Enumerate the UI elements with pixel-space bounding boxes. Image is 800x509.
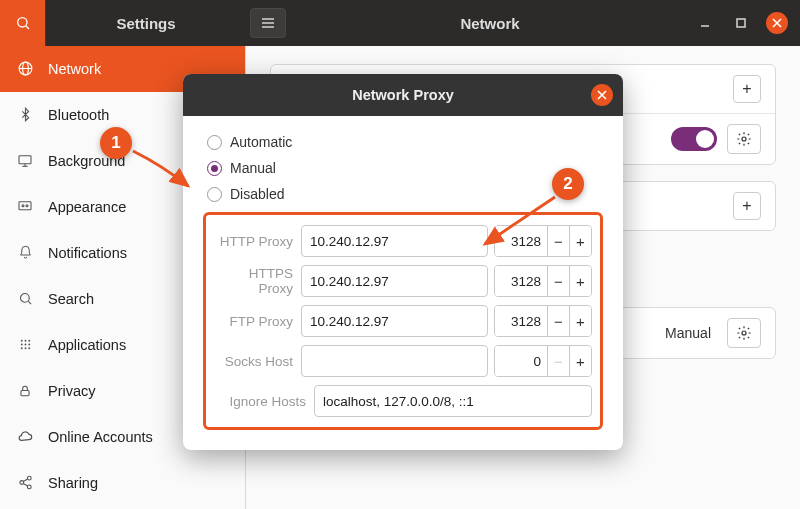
- callout-one: 1: [100, 127, 132, 159]
- window-controls: [694, 12, 800, 34]
- svg-point-23: [20, 344, 22, 346]
- svg-point-20: [20, 340, 22, 342]
- sidebar-item-label: Network: [48, 61, 101, 77]
- sidebar-item-label: Sharing: [48, 475, 98, 491]
- socks-host-label: Socks Host: [214, 354, 295, 369]
- window-close-button[interactable]: [766, 12, 788, 34]
- desktop-icon: [16, 153, 34, 169]
- http-port-increment-button[interactable]: +: [569, 226, 591, 256]
- appearance-icon: [16, 199, 34, 215]
- svg-rect-29: [21, 390, 29, 395]
- svg-line-34: [23, 483, 27, 486]
- search-icon: [15, 15, 31, 31]
- ftp-port-decrement-button[interactable]: −: [547, 306, 569, 336]
- window-maximize-button[interactable]: [730, 12, 752, 34]
- svg-point-36: [742, 331, 746, 335]
- svg-point-21: [24, 340, 26, 342]
- dialog-close-button[interactable]: [591, 84, 613, 106]
- sidebar-item-label: Appearance: [48, 199, 126, 215]
- sidebar-item-label: Bluetooth: [48, 107, 109, 123]
- hamburger-button[interactable]: [250, 8, 286, 38]
- close-icon: [772, 18, 782, 28]
- svg-rect-6: [737, 19, 745, 27]
- svg-point-28: [28, 347, 30, 349]
- https-proxy-port-input[interactable]: [495, 266, 547, 296]
- svg-point-0: [17, 18, 26, 27]
- svg-point-25: [28, 344, 30, 346]
- arrow-one: [128, 146, 198, 196]
- ftp-proxy-port-input[interactable]: [495, 306, 547, 336]
- close-icon: [597, 90, 607, 100]
- ignore-hosts-input[interactable]: [314, 385, 592, 417]
- socks-port-stepper: − +: [494, 345, 592, 377]
- svg-point-30: [27, 476, 31, 480]
- bluetooth-icon: [16, 107, 34, 122]
- window-titlebar: Settings Network: [0, 0, 800, 46]
- svg-point-27: [24, 347, 26, 349]
- radio-icon: [207, 187, 222, 202]
- proxy-settings-button[interactable]: [727, 318, 761, 348]
- https-proxy-label: HTTPS Proxy: [214, 266, 295, 296]
- svg-point-16: [22, 204, 24, 206]
- radio-automatic[interactable]: Automatic: [203, 134, 603, 150]
- sidebar-item-sharing[interactable]: Sharing: [0, 460, 245, 506]
- socks-host-input[interactable]: [301, 345, 488, 377]
- search-icon: [16, 291, 34, 306]
- wired-settings-button[interactable]: [727, 124, 761, 154]
- sidebar-item-label: Privacy: [48, 383, 96, 399]
- ftp-proxy-port-stepper: − +: [494, 305, 592, 337]
- https-proxy-host-input[interactable]: [301, 265, 488, 297]
- svg-line-33: [23, 479, 27, 482]
- arrow-two: [475, 192, 560, 252]
- ftp-port-increment-button[interactable]: +: [569, 306, 591, 336]
- settings-title: Settings: [46, 15, 246, 32]
- lock-icon: [16, 384, 34, 398]
- grid-icon: [16, 337, 34, 352]
- wired-toggle[interactable]: [671, 127, 717, 151]
- socks-port-increment-button[interactable]: +: [569, 346, 591, 376]
- network-proxy-dialog: Network Proxy Automatic Manual Disabled …: [183, 74, 623, 450]
- cloud-icon: [16, 429, 34, 445]
- ignore-hosts-label: Ignore Hosts: [214, 394, 308, 409]
- https-port-increment-button[interactable]: +: [569, 266, 591, 296]
- http-proxy-host-input[interactable]: [301, 225, 488, 257]
- maximize-icon: [735, 17, 747, 29]
- main-title: Network: [286, 15, 694, 32]
- svg-point-17: [26, 204, 28, 206]
- svg-point-24: [24, 344, 26, 346]
- svg-point-26: [20, 347, 22, 349]
- bell-icon: [16, 245, 34, 260]
- sidebar-item-label: Applications: [48, 337, 126, 353]
- search-button[interactable]: [0, 0, 46, 46]
- minimize-icon: [699, 17, 711, 29]
- svg-line-19: [28, 301, 31, 304]
- radio-manual[interactable]: Manual: [203, 160, 603, 176]
- window-minimize-button[interactable]: [694, 12, 716, 34]
- svg-point-35: [742, 137, 746, 141]
- proxy-value: Manual: [665, 325, 717, 341]
- plus-icon: +: [742, 80, 751, 98]
- ftp-proxy-label: FTP Proxy: [214, 314, 295, 329]
- gear-icon: [736, 325, 752, 341]
- add-wired-button[interactable]: +: [733, 75, 761, 103]
- callout-two: 2: [552, 168, 584, 200]
- svg-rect-15: [19, 201, 31, 209]
- svg-point-31: [19, 481, 23, 485]
- socks-port-decrement-button[interactable]: −: [547, 346, 569, 376]
- svg-point-22: [28, 340, 30, 342]
- hamburger-icon: [261, 17, 275, 29]
- svg-rect-12: [19, 155, 31, 163]
- ftp-proxy-host-input[interactable]: [301, 305, 488, 337]
- sidebar-item-label: Online Accounts: [48, 429, 153, 445]
- svg-point-32: [27, 485, 31, 489]
- sidebar-item-label: Search: [48, 291, 94, 307]
- radio-icon: [207, 161, 222, 176]
- https-port-decrement-button[interactable]: −: [547, 266, 569, 296]
- add-vpn-button[interactable]: +: [733, 192, 761, 220]
- sidebar-item-label: Notifications: [48, 245, 127, 261]
- svg-point-18: [20, 294, 29, 303]
- socks-port-input[interactable]: [495, 346, 547, 376]
- https-proxy-port-stepper: − +: [494, 265, 592, 297]
- radio-icon: [207, 135, 222, 150]
- dialog-titlebar: Network Proxy: [183, 74, 623, 116]
